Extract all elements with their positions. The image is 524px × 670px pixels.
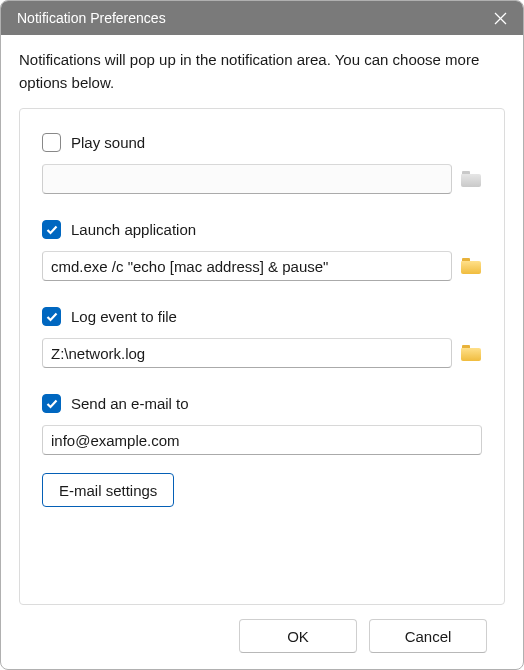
checkmark-icon <box>46 312 58 322</box>
title-bar: Notification Preferences <box>1 1 523 35</box>
close-icon <box>494 12 507 25</box>
window-title: Notification Preferences <box>17 10 489 26</box>
launch-app-label[interactable]: Launch application <box>71 221 196 238</box>
folder-icon <box>461 345 481 361</box>
launch-app-browse-button[interactable] <box>460 251 482 281</box>
log-event-input[interactable] <box>42 338 452 368</box>
send-email-label[interactable]: Send an e-mail to <box>71 395 189 412</box>
launch-app-input-row <box>42 251 482 281</box>
launch-app-section: Launch application <box>42 220 482 281</box>
log-event-label[interactable]: Log event to file <box>71 308 177 325</box>
intro-text: Notifications will pop up in the notific… <box>19 49 505 94</box>
send-email-input[interactable] <box>42 425 482 455</box>
folder-icon <box>461 171 481 187</box>
play-sound-label[interactable]: Play sound <box>71 134 145 151</box>
cancel-button[interactable]: Cancel <box>369 619 487 653</box>
play-sound-input-row <box>42 164 482 194</box>
log-event-section: Log event to file <box>42 307 482 368</box>
send-email-section: Send an e-mail to E-mail settings <box>42 394 482 507</box>
options-panel: Play sound <box>19 108 505 605</box>
play-sound-checkbox[interactable] <box>42 133 61 152</box>
launch-app-input[interactable] <box>42 251 452 281</box>
play-sound-check-row: Play sound <box>42 133 482 152</box>
log-event-check-row: Log event to file <box>42 307 482 326</box>
send-email-checkbox[interactable] <box>42 394 61 413</box>
ok-button[interactable]: OK <box>239 619 357 653</box>
dialog-footer: OK Cancel <box>19 605 505 653</box>
play-sound-input[interactable] <box>42 164 452 194</box>
launch-app-checkbox[interactable] <box>42 220 61 239</box>
email-settings-button[interactable]: E-mail settings <box>42 473 174 507</box>
folder-icon <box>461 258 481 274</box>
checkmark-icon <box>46 225 58 235</box>
checkmark-icon <box>46 399 58 409</box>
play-sound-section: Play sound <box>42 133 482 194</box>
close-button[interactable] <box>489 7 511 29</box>
log-event-browse-button[interactable] <box>460 338 482 368</box>
log-event-checkbox[interactable] <box>42 307 61 326</box>
play-sound-browse-button[interactable] <box>460 164 482 194</box>
log-event-input-row <box>42 338 482 368</box>
send-email-input-row <box>42 425 482 455</box>
dialog-body: Notifications will pop up in the notific… <box>1 35 523 669</box>
dialog-window: Notification Preferences Notifications w… <box>0 0 524 670</box>
send-email-check-row: Send an e-mail to <box>42 394 482 413</box>
launch-app-check-row: Launch application <box>42 220 482 239</box>
